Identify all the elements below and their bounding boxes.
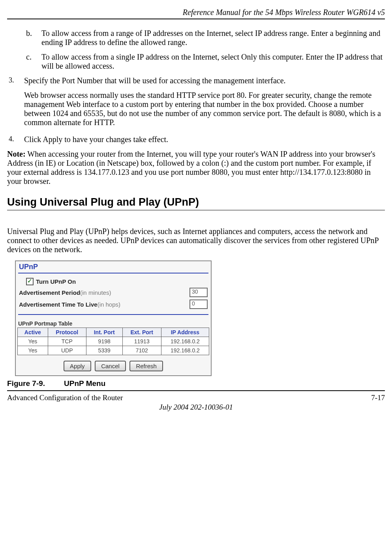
adv-ttl-input[interactable]: 0 xyxy=(189,300,208,309)
item-4-text: Click Apply to have your changes take ef… xyxy=(24,135,384,144)
table-row: Yes UDP 5339 7102 192.168.0.2 xyxy=(18,346,209,355)
col-ip: IP Address xyxy=(161,328,209,337)
figure-number: Figure 7-9. xyxy=(7,379,45,388)
cell-extport: 11913 xyxy=(122,337,161,346)
body-b: To allow access from a range of IP addre… xyxy=(41,29,384,47)
list-item-c: c. To allow access from a single IP addr… xyxy=(26,52,385,71)
button-row: Apply Cancel Refresh xyxy=(16,358,211,375)
footer-rule xyxy=(7,390,385,391)
marker-c: c. xyxy=(26,52,39,62)
footer-left: Advanced Configuration of the Router xyxy=(7,393,123,402)
refresh-button[interactable]: Refresh xyxy=(129,361,163,371)
list-item-4: 4. Click Apply to have your changes take… xyxy=(9,135,385,144)
item-3-text2: Web browser access normally uses the sta… xyxy=(24,91,384,127)
adv-period-label: Advertisement Period xyxy=(19,289,80,296)
apply-button[interactable]: Apply xyxy=(64,361,91,371)
figure-caption: Figure 7-9.UPnP Menu xyxy=(7,379,385,388)
check-icon: ✓ xyxy=(27,277,32,285)
col-extport: Ext. Port xyxy=(122,328,161,337)
marker-3: 3. xyxy=(9,76,22,84)
cell-intport: 5339 xyxy=(86,346,122,355)
note-text: When accessing your router from the Inte… xyxy=(7,150,375,185)
cell-active: Yes xyxy=(18,337,48,346)
upnp-panel: UPnP ✓ Turn UPnP On Advertisement Period… xyxy=(15,260,212,376)
adv-ttl-row: Advertisement Time To Live (in hops) 0 xyxy=(16,298,211,310)
cell-ip: 192.168.0.2 xyxy=(161,337,209,346)
adv-period-input[interactable]: 30 xyxy=(189,288,208,297)
upnp-separator-2 xyxy=(18,314,208,315)
cell-ip: 192.168.0.2 xyxy=(161,346,209,355)
note-label: Note: xyxy=(7,150,26,158)
marker-b: b. xyxy=(26,29,39,38)
cell-active: Yes xyxy=(18,346,48,355)
footer-page-number: 7-17 xyxy=(371,393,385,402)
col-intport: Int. Port xyxy=(86,328,122,337)
turn-upnp-on-label: Turn UPnP On xyxy=(36,278,76,285)
table-row: Yes TCP 9198 11913 192.168.0.2 xyxy=(18,337,209,346)
upnp-separator-1 xyxy=(18,273,208,273)
section-heading-upnp: Using Universal Plug and Play (UPnP) xyxy=(7,196,385,208)
note-paragraph: Note: When accessing your router from th… xyxy=(7,150,385,186)
body-c: To allow access from a single IP address… xyxy=(41,52,384,71)
header-rule xyxy=(7,19,385,19)
cell-extport: 7102 xyxy=(122,346,161,355)
turn-upnp-on-checkbox[interactable]: ✓ xyxy=(26,278,34,285)
table-header-row: Active Protocol Int. Port Ext. Port IP A… xyxy=(18,328,209,337)
adv-ttl-label: Advertisement Time To Live xyxy=(19,301,98,308)
upnp-title: UPnP xyxy=(16,261,211,272)
cell-protocol: UDP xyxy=(48,346,86,355)
footer-line: Advanced Configuration of the Router 7-1… xyxy=(7,393,385,402)
adv-period-unit: (in minutes) xyxy=(80,289,111,296)
list-item-3: 3. Specify the Port Number that will be … xyxy=(9,76,385,133)
adv-period-row: Advertisement Period (in minutes) 30 xyxy=(16,286,211,298)
item-3-text1: Specify the Port Number that will be use… xyxy=(24,76,384,85)
heading-rule xyxy=(7,210,385,210)
running-header: Reference Manual for the 54 Mbps Wireles… xyxy=(7,8,385,17)
adv-ttl-unit: (in hops) xyxy=(98,301,120,308)
col-active: Active xyxy=(18,328,48,337)
upnp-intro-paragraph: Universal Plug and Play (UPnP) helps dev… xyxy=(7,227,385,254)
turn-upnp-on-row: ✓ Turn UPnP On xyxy=(23,277,211,286)
cell-intport: 9198 xyxy=(86,337,122,346)
cell-protocol: TCP xyxy=(48,337,86,346)
marker-4: 4. xyxy=(9,135,22,143)
list-item-b: b. To allow access from a range of IP ad… xyxy=(26,29,385,47)
portmap-title: UPnP Portmap Table xyxy=(16,318,211,328)
portmap-table: Active Protocol Int. Port Ext. Port IP A… xyxy=(17,328,209,355)
footer-date: July 2004 202-10036-01 xyxy=(7,403,385,412)
cancel-button[interactable]: Cancel xyxy=(95,361,126,371)
col-protocol: Protocol xyxy=(48,328,86,337)
figure-title: UPnP Menu xyxy=(64,379,105,388)
